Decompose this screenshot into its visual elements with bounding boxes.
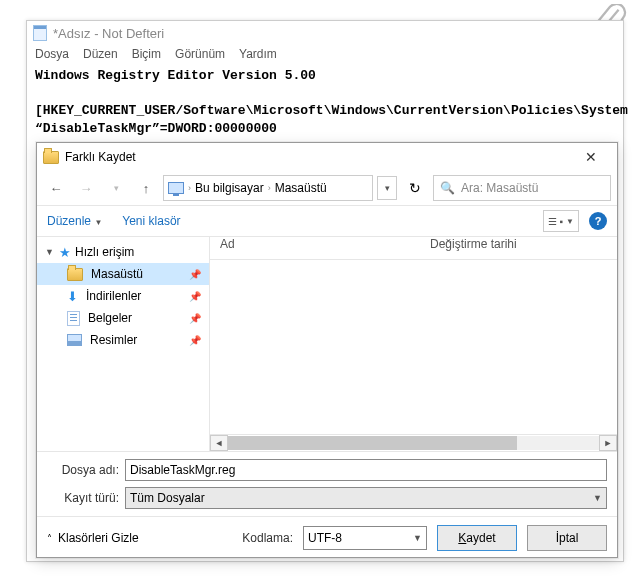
- encoding-label: Kodlama:: [242, 531, 293, 545]
- tree-item-label: İndirilenler: [86, 289, 141, 303]
- menu-file[interactable]: Dosya: [35, 47, 69, 61]
- save-as-dialog: Farklı Kaydet ✕ ← → ▾ ↑ › Bu bilgisayar …: [36, 142, 618, 558]
- image-icon: [67, 334, 82, 346]
- chevron-right-icon: ›: [268, 183, 271, 193]
- menu-help[interactable]: Yardım: [239, 47, 277, 61]
- filetype-select[interactable]: Tüm Dosyalar▼: [125, 487, 607, 509]
- dialog-title: Farklı Kaydet: [65, 150, 571, 164]
- menu-edit[interactable]: Düzen: [83, 47, 118, 61]
- chevron-down-icon: ▼: [593, 493, 602, 503]
- tree-item-downloads[interactable]: ⬇ İndirilenler 📌: [37, 285, 209, 307]
- refresh-button[interactable]: ↻: [401, 176, 429, 200]
- breadcrumb[interactable]: › Bu bilgisayar › Masaüstü: [163, 175, 373, 201]
- new-folder-button[interactable]: Yeni klasör: [122, 214, 180, 228]
- organize-menu[interactable]: Düzenle ▼: [47, 214, 102, 228]
- tree-item-label: Resimler: [90, 333, 137, 347]
- notepad-icon: [33, 25, 47, 41]
- hide-folders-toggle[interactable]: ˄ Klasörleri Gizle: [47, 531, 139, 545]
- document-icon: [67, 311, 80, 326]
- pin-icon: 📌: [189, 313, 201, 324]
- save-button[interactable]: Kaydet: [437, 525, 517, 551]
- tree-quick-access[interactable]: ▼ ★ Hızlı erişim: [37, 241, 209, 263]
- tree-item-pictures[interactable]: Resimler 📌: [37, 329, 209, 351]
- filename-input[interactable]: DisableTaskMgr.reg: [125, 459, 607, 481]
- encoding-select[interactable]: UTF-8▼: [303, 526, 427, 550]
- crumb-desktop[interactable]: Masaüstü: [275, 181, 327, 195]
- filename-label: Dosya adı:: [47, 463, 125, 477]
- pin-icon: 📌: [189, 335, 201, 346]
- search-input[interactable]: 🔍 Ara: Masaüstü: [433, 175, 611, 201]
- chevron-right-icon: ›: [188, 183, 191, 193]
- tree-item-label: Belgeler: [88, 311, 132, 325]
- notepad-menu: Dosya Düzen Biçim Görünüm Yardım: [27, 45, 623, 65]
- dialog-icon: [43, 151, 59, 164]
- star-icon: ★: [59, 245, 71, 260]
- notepad-content[interactable]: Windows Registry Editor Version 5.00 [HK…: [27, 65, 623, 145]
- chevron-down-icon: ▼: [413, 533, 422, 543]
- cancel-button[interactable]: İptal: [527, 525, 607, 551]
- tree-item-documents[interactable]: Belgeler 📌: [37, 307, 209, 329]
- tree-label: Hızlı erişim: [75, 245, 134, 259]
- menu-view[interactable]: Görünüm: [175, 47, 225, 61]
- scroll-right-icon[interactable]: ►: [599, 435, 617, 451]
- search-placeholder: Ara: Masaüstü: [461, 181, 538, 195]
- file-list: Ad Değiştirme tarihi ◄ ►: [210, 237, 617, 451]
- back-button[interactable]: ←: [43, 176, 69, 200]
- download-icon: ⬇: [67, 289, 78, 304]
- view-options[interactable]: ☰▪▼: [543, 210, 579, 232]
- filetype-label: Kayıt türü:: [47, 491, 125, 505]
- help-button[interactable]: ?: [589, 212, 607, 230]
- pin-icon: 📌: [189, 269, 201, 280]
- chevron-down-icon: ▼: [45, 247, 55, 257]
- search-icon: 🔍: [440, 181, 455, 195]
- chevron-up-icon: ˄: [47, 533, 52, 544]
- tree-item-desktop[interactable]: Masaüstü 📌: [37, 263, 209, 285]
- breadcrumb-dropdown[interactable]: ▾: [377, 176, 397, 200]
- column-name[interactable]: Ad: [210, 237, 430, 259]
- crumb-pc[interactable]: Bu bilgisayar: [195, 181, 264, 195]
- pc-icon: [168, 182, 184, 194]
- tree-item-label: Masaüstü: [91, 267, 143, 281]
- file-list-empty[interactable]: [210, 260, 617, 434]
- navigation-tree: ▼ ★ Hızlı erişim Masaüstü 📌 ⬇ İndirilenl…: [37, 237, 210, 451]
- notepad-title: *Adsız - Not Defteri: [53, 26, 164, 41]
- forward-button[interactable]: →: [73, 176, 99, 200]
- column-modified[interactable]: Değiştirme tarihi: [430, 237, 617, 259]
- save-button-rest: aydet: [466, 531, 495, 545]
- recent-dropdown[interactable]: ▾: [103, 176, 129, 200]
- pin-icon: 📌: [189, 291, 201, 302]
- menu-format[interactable]: Biçim: [132, 47, 161, 61]
- close-button[interactable]: ✕: [571, 145, 611, 169]
- horizontal-scrollbar[interactable]: ◄ ►: [210, 434, 617, 451]
- scroll-left-icon[interactable]: ◄: [210, 435, 228, 451]
- up-button[interactable]: ↑: [133, 176, 159, 200]
- folder-icon: [67, 268, 83, 281]
